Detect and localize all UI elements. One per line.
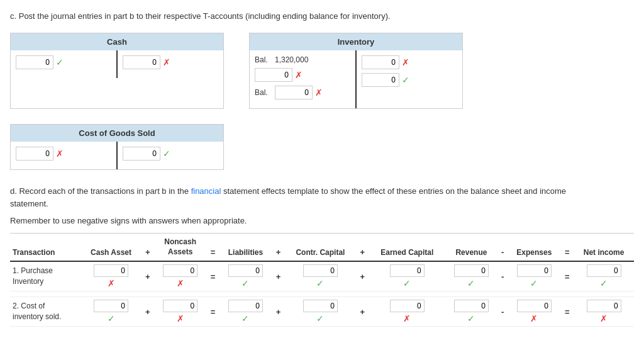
part-d-line1: d. Record each of the transactions in pa… [10, 185, 634, 198]
inventory-row3-right-check-icon[interactable]: ✓ [402, 75, 409, 85]
cogs-left-x-icon[interactable]: ✗ [56, 149, 64, 159]
inventory-row2-left-x-icon[interactable]: ✗ [295, 70, 303, 80]
inventory-body: Bal. 1,320,000 ✗ Bal. ✗ [250, 50, 462, 108]
cash-asset-icon-2[interactable]: ✓ [108, 313, 115, 324]
th-liabilities: Liabilities [219, 234, 272, 262]
revenue-cell-2: ✓ [445, 297, 497, 327]
revenue-input-2[interactable] [454, 300, 489, 312]
cogs-left-col: ✗ [11, 142, 118, 169]
liabilities-icon-1[interactable]: ✓ [242, 278, 249, 288]
th-equals2: = [561, 234, 574, 262]
net-income-cell-1: ✓ [574, 261, 634, 291]
cash-right-x-icon[interactable]: ✗ [163, 57, 170, 67]
spacer-row [10, 291, 634, 297]
inventory-row2-left: ✗ [255, 68, 350, 82]
th-plus2: + [272, 234, 285, 262]
expenses-input-1[interactable] [517, 264, 552, 277]
revenue-icon-1[interactable]: ✓ [467, 278, 475, 288]
part-d-instruction: d. Record each of the transactions in pa… [10, 185, 634, 212]
equals1-cell-2: = [206, 297, 219, 327]
reminder-text: Remember to use negative signs with answ… [10, 216, 634, 225]
transaction-text-2: 2. Cost of inventory sold. [13, 301, 79, 322]
expenses-icon-2[interactable]: ✗ [530, 313, 538, 324]
th-earned-capital: Earned Capital [369, 234, 445, 262]
t-accounts-container: Cash ✓ ✗ Inventory Bal. [10, 33, 634, 109]
inventory-bal-label: Bal. [255, 55, 270, 64]
inventory-row3-left-input[interactable] [275, 86, 313, 99]
plus3-cell-1: + [356, 261, 369, 291]
cash-left-row: ✓ [16, 55, 111, 69]
cash-asset-input-2[interactable] [94, 300, 128, 312]
liabilities-input-1[interactable] [228, 264, 263, 277]
minus-cell-2: - [497, 297, 508, 327]
revenue-icon-2[interactable]: ✓ [467, 313, 475, 324]
net-income-icon-1[interactable]: ✓ [600, 278, 608, 288]
earned-input-1[interactable] [390, 264, 425, 277]
cogs-left-row: ✗ [16, 147, 111, 161]
inventory-row2-right: ✗ [362, 55, 457, 69]
th-net-income: Net income [574, 234, 634, 262]
cash-body: ✓ ✗ [11, 50, 223, 78]
table-row: 1. Purchase Inventory ✗ + ✗ = ✓ + ✓ [10, 261, 634, 291]
earned-input-2[interactable] [390, 300, 425, 312]
noncash-input-2[interactable] [163, 300, 197, 312]
th-revenue: Revenue [445, 234, 497, 262]
cogs-right-input[interactable] [123, 147, 160, 161]
liabilities-icon-2[interactable]: ✓ [242, 313, 249, 324]
cogs-right-check-icon[interactable]: ✓ [163, 149, 170, 159]
expenses-icon-1[interactable]: ✓ [530, 278, 538, 288]
cash-t-account: Cash ✓ ✗ [10, 33, 224, 109]
expenses-input-2[interactable] [517, 300, 552, 312]
inventory-bal-value: 1,320,000 [275, 55, 308, 64]
net-income-input-2[interactable] [587, 300, 621, 312]
cogs-right-row: ✓ [123, 147, 218, 161]
th-noncash-assets: NoncashAssets [154, 234, 206, 262]
cogs-left-input[interactable] [16, 147, 53, 161]
liabilities-cell-1: ✓ [219, 261, 272, 291]
th-transaction: Transaction [10, 234, 81, 262]
contr-input-1[interactable] [303, 264, 338, 277]
inventory-row2-right-x-icon[interactable]: ✗ [402, 57, 409, 67]
noncash-icon-2[interactable]: ✗ [177, 313, 184, 324]
plus3-cell-2: + [356, 297, 369, 327]
financial-link[interactable]: financial [191, 186, 221, 196]
cash-left-input[interactable] [16, 55, 53, 69]
transaction-text-1: 1. Purchase Inventory [13, 266, 79, 287]
net-income-input-1[interactable] [587, 264, 621, 277]
earned-icon-1[interactable]: ✓ [403, 278, 411, 288]
cash-right-input[interactable] [123, 55, 160, 69]
plus1-cell-1: + [142, 261, 155, 291]
th-cash-asset: Cash Asset [81, 234, 142, 262]
contr-cell-1: ✓ [285, 261, 356, 291]
plus1-cell-2: + [142, 297, 155, 327]
cash-left-check-icon[interactable]: ✓ [56, 57, 64, 67]
part-d-line2: statement. [10, 198, 634, 211]
contr-icon-1[interactable]: ✓ [316, 278, 324, 288]
inventory-row3-right-input[interactable] [362, 73, 399, 87]
cash-asset-input-1[interactable] [94, 264, 128, 277]
earned-icon-2[interactable]: ✗ [403, 313, 411, 324]
liabilities-input-2[interactable] [228, 300, 263, 312]
noncash-input-1[interactable] [163, 264, 197, 277]
revenue-input-1[interactable] [454, 264, 489, 277]
net-income-cell-2: ✗ [574, 297, 634, 327]
inventory-row3-bal-label: Bal. [255, 88, 270, 97]
cash-asset-cell-1: ✗ [81, 261, 142, 291]
inventory-left-col: Bal. 1,320,000 ✗ Bal. ✗ [250, 50, 357, 108]
liabilities-cell-2: ✓ [219, 297, 272, 327]
cash-asset-icon-1[interactable]: ✗ [108, 278, 115, 288]
contr-input-2[interactable] [303, 300, 338, 312]
inventory-row2-right-input[interactable] [362, 55, 399, 69]
cogs-right-col: ✓ [118, 142, 223, 169]
inventory-bal-row: Bal. 1,320,000 [255, 55, 350, 64]
noncash-icon-1[interactable]: ✗ [177, 278, 184, 288]
inventory-row3-left-x-icon[interactable]: ✗ [315, 88, 323, 98]
minus-cell-1: - [497, 261, 508, 291]
contr-cell-2: ✓ [285, 297, 356, 327]
cogs-header: Cost of Goods Sold [11, 125, 223, 142]
net-income-icon-2[interactable]: ✗ [600, 313, 608, 324]
transaction-label-1: 1. Purchase Inventory [10, 261, 81, 291]
inventory-row2-left-input[interactable] [255, 68, 292, 82]
expenses-cell-2: ✗ [508, 297, 560, 327]
contr-icon-2[interactable]: ✓ [316, 313, 324, 324]
